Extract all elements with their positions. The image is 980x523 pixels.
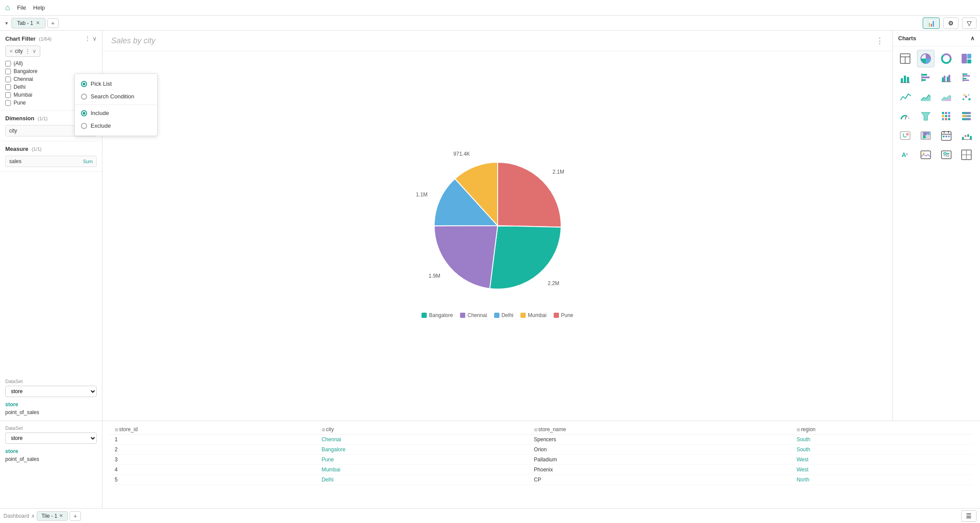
bottom-dataset-pos[interactable]: point_of_sales [5, 455, 97, 463]
chart-icon-area2[interactable] [938, 88, 955, 106]
chart-icon-ghbar[interactable] [958, 69, 975, 87]
filter-tag-more[interactable]: ⋮ [25, 48, 31, 55]
chart-header: Sales by city ⋮ [102, 31, 892, 51]
filter-item-all[interactable]: (All) [5, 60, 97, 66]
dataset-section: DataSet store point_of_sales store point… [0, 374, 102, 421]
home-icon[interactable]: ⌂ [5, 3, 10, 12]
dropdown-item-search[interactable]: Search Condition [75, 90, 157, 103]
bottom-dataset-store[interactable]: store [5, 447, 97, 455]
radio-search [81, 94, 87, 100]
filter-check-mumbai[interactable] [5, 92, 11, 98]
legend-dot-bangalore [422, 313, 427, 318]
dropdown-menu: Pick List Search Condition Include Exclu… [74, 73, 158, 136]
menu-bar: ⌂ File Help [0, 0, 980, 16]
filter-tag-expand[interactable]: ∨ [32, 48, 36, 54]
svg-text:1.9M: 1.9M [429, 273, 440, 279]
filter-check-pune[interactable] [5, 100, 11, 106]
filter-tag-city[interactable]: ✕ city ⋮ ∨ [5, 45, 40, 57]
svg-rect-14 [901, 78, 903, 83]
bottom-tab-tile1-close[interactable]: ✕ [59, 513, 63, 519]
filter-check-all[interactable] [5, 61, 11, 66]
tab-1[interactable]: Tab - 1 ✕ [11, 18, 46, 28]
chart-icon-image[interactable] [917, 146, 934, 164]
dropdown-item-picklist[interactable]: Pick List [75, 77, 157, 90]
svg-rect-20 [922, 79, 926, 81]
radio-picklist [81, 81, 87, 87]
charts-panel-collapse[interactable]: ∧ [970, 35, 975, 42]
svg-rect-60 [962, 137, 964, 139]
chart-icon-gauge[interactable] [896, 108, 914, 125]
bottom-list-view[interactable]: ☰ [961, 510, 976, 522]
chart-icon-funnel[interactable] [917, 108, 934, 125]
settings-button[interactable]: ⚙ [943, 17, 959, 29]
svg-rect-46 [948, 118, 950, 120]
tab-bar: ▾ Tab - 1 ✕ + 📊 ⚙ ▽ [0, 16, 980, 31]
add-bottom-tab-button[interactable]: + [70, 511, 81, 521]
filter-button[interactable]: ▽ [962, 17, 976, 29]
svg-text:a: a [906, 152, 908, 156]
bottom-tab-tile1[interactable]: Tile - 1 ✕ [37, 511, 68, 521]
svg-text:1.1M: 1.1M [416, 192, 428, 198]
chart-icon-table[interactable] [896, 50, 914, 67]
tab-1-close[interactable]: ✕ [36, 20, 40, 26]
chart-icon-filter-widget[interactable] [938, 146, 955, 164]
menu-help[interactable]: Help [33, 4, 45, 11]
bottom-dataset-select[interactable]: store [5, 432, 97, 444]
filter-check-chennai[interactable] [5, 77, 11, 82]
chart-icon-scatter[interactable] [958, 88, 975, 106]
filter-check-delhi[interactable] [5, 84, 11, 90]
chart-icon-calendar[interactable] [938, 127, 955, 144]
table-head: ⊞store_id ⊞city ⊞store_name ⊞region [109, 425, 973, 435]
chart-icon-heatmap[interactable] [938, 108, 955, 125]
svg-rect-62 [967, 134, 969, 137]
svg-rect-67 [921, 151, 931, 159]
filter-tag-close[interactable]: ✕ [9, 49, 13, 54]
chart-icon-text[interactable]: A a [896, 146, 914, 164]
dataset-select[interactable]: store point_of_sales [5, 386, 97, 397]
svg-rect-58 [945, 136, 947, 137]
pie-segments: 2.1M2.2M1.9M1.1M971.4K [416, 151, 564, 289]
dashboard-expand[interactable]: ∧ [31, 513, 35, 519]
chart-icon-pie[interactable] [917, 50, 934, 67]
chart-icon-heatbar[interactable] [958, 108, 975, 125]
chart-more-button[interactable]: ⋮ [876, 36, 884, 45]
add-tab-button[interactable]: + [47, 18, 59, 28]
pie-chart-svg: 2.1M2.2M1.9M1.1M971.4K [414, 149, 581, 307]
svg-rect-19 [922, 77, 930, 78]
chart-icon-grid2[interactable] [958, 146, 975, 164]
dropdown-item-exclude[interactable]: Exclude [75, 119, 157, 132]
legend-chennai: Chennai [460, 312, 487, 318]
svg-rect-27 [963, 73, 967, 75]
chart-icon-area[interactable] [917, 88, 934, 106]
filter-check-bangalore[interactable] [5, 69, 11, 74]
dropdown-item-include[interactable]: Include [75, 107, 157, 119]
dataset-item-store[interactable]: store [5, 401, 97, 408]
tab-dropdown[interactable]: ▾ [4, 19, 10, 27]
svg-line-37 [905, 116, 906, 119]
chart-view-button[interactable]: 📊 [923, 17, 940, 29]
chart-icon-line[interactable] [896, 88, 914, 106]
chart-icon-gbar[interactable] [938, 69, 955, 87]
chart-icon-bar[interactable] [896, 69, 914, 87]
chart-icon-map2[interactable] [917, 127, 934, 144]
chart-filter-collapse[interactable]: ∨ [92, 35, 97, 42]
dropdown-divider [75, 105, 157, 105]
chart-icon-donut[interactable] [938, 50, 955, 67]
svg-rect-41 [942, 115, 944, 117]
chart-icon-waterfall[interactable] [958, 127, 975, 144]
chart-legend: Bangalore Chennai Delhi Mumbai [417, 308, 578, 323]
svg-point-72 [944, 153, 946, 155]
chart-icon-hbar[interactable] [917, 69, 934, 87]
svg-rect-18 [922, 74, 927, 76]
chart-filter-more[interactable]: ⋮ [84, 35, 91, 42]
legend-mumbai: Mumbai [520, 312, 547, 318]
svg-rect-69 [941, 151, 951, 159]
dataset-item-pos[interactable]: point_of_sales [5, 408, 97, 416]
svg-point-32 [962, 98, 964, 100]
measure-section: Measure (1/1) sales Sum [0, 141, 102, 172]
chart-icon-map1[interactable] [896, 127, 914, 144]
svg-rect-48 [962, 115, 971, 117]
menu-file[interactable]: File [17, 4, 26, 11]
radio-exclude [81, 123, 87, 129]
chart-icon-tree[interactable] [958, 50, 975, 67]
